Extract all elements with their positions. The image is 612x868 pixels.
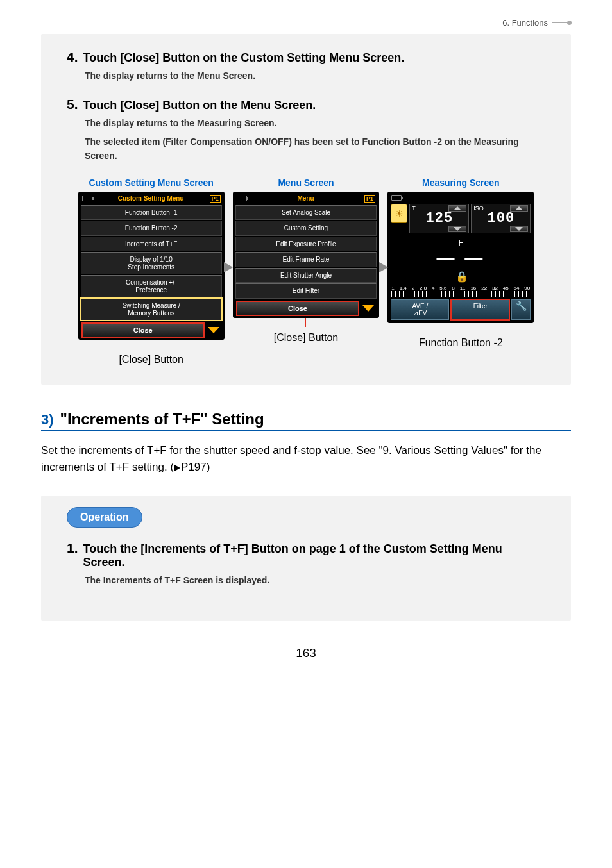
menu-screen: Menu P1 Set Analog Scale Custom Setting … (233, 192, 379, 318)
section-3-heading: 3) "Increments of T+F" Setting (41, 410, 571, 431)
instruction-block-b: Operation 1. Touch the [Increments of T+… (41, 496, 571, 621)
step-number: 5. (67, 97, 78, 112)
menu-item[interactable]: Compensation +/- Preference (81, 275, 222, 297)
page-down-icon[interactable] (208, 327, 219, 333)
custom-setting-screen: Custom Setting Menu P1 Function Button -… (78, 192, 225, 340)
shutter-down-button[interactable] (448, 226, 466, 232)
shutter-label: T (412, 205, 416, 212)
step-title: Touch the [Increments of T+F] Button on … (83, 542, 545, 569)
flow-arrow-icon (379, 262, 388, 272)
menu-screen-col: Menu Screen Menu P1 Set Analog Scale Cus… (221, 178, 390, 344)
iso-value: 100 (473, 212, 528, 226)
page-down-icon[interactable] (362, 305, 374, 312)
screen-caption: Custom Setting Menu Screen (67, 178, 235, 188)
leader-line (151, 340, 151, 349)
close-button[interactable]: Close (237, 301, 359, 315)
chapter-label: 6. Functions (502, 18, 548, 28)
flow-arrow-icon (224, 262, 233, 272)
lock-icon: 🔒 (395, 271, 529, 283)
menu-item[interactable]: Custom Setting (235, 221, 377, 236)
menu-item[interactable]: Increments of T+F (81, 237, 222, 252)
measuring-screen: ☀ T 125 (387, 192, 534, 323)
header-rule (552, 22, 571, 23)
step-5: 5. Touch [Close] Button on the Menu Scre… (67, 97, 545, 163)
leader-line (461, 323, 461, 332)
function-button-1[interactable]: AVE / ⊿EV (391, 299, 449, 320)
f-value: — — (393, 247, 529, 268)
step-number: 1. (67, 540, 78, 556)
battery-icon (391, 195, 402, 201)
menu-item[interactable]: Display of 1/10 Step Increments (81, 252, 222, 274)
screen-caption: Menu Screen (221, 178, 390, 188)
below-label: [Close] Button (67, 354, 235, 365)
iso-box: ISO 100 (471, 204, 531, 233)
step-number: 4. (67, 49, 78, 65)
page-ref-arrow-icon (174, 465, 180, 471)
menu-item[interactable]: Edit Filter (235, 283, 377, 299)
shutter-box: T 125 (409, 204, 469, 233)
page-indicator: P1 (364, 195, 375, 203)
custom-setting-screen-col: Custom Setting Menu Screen Custom Settin… (67, 178, 235, 366)
menu-item[interactable]: Edit Shutter Angle (235, 268, 377, 283)
menu-item[interactable]: Function Button -2 (81, 221, 222, 236)
wrench-icon: 🔧 (516, 301, 527, 311)
step-4: 4. Touch [Close] Button on the Custom Se… (67, 49, 545, 83)
section-number: 3) (41, 412, 54, 428)
screen-title: Custom Setting Menu (118, 195, 184, 202)
step-body-line: The display returns to the Measuring Scr… (85, 116, 545, 130)
battery-icon (82, 196, 92, 201)
step-body-line: The selected item (Filter Compensation O… (85, 135, 545, 163)
function-button-2[interactable]: Filter (451, 299, 509, 320)
measuring-screen-col: Measuring Screen ☀ T 125 (377, 178, 545, 349)
step-body-line: The display returns to the Menu Screen. (85, 69, 545, 83)
chapter-header: 6. Functions (41, 18, 571, 28)
below-label: [Close] Button (221, 332, 390, 344)
menu-item[interactable]: Function Button -1 (81, 205, 222, 221)
battery-icon (237, 196, 247, 201)
menu-item-highlight[interactable]: Switching Measure / Memory Buttons (81, 298, 222, 321)
close-button[interactable]: Close (82, 323, 204, 337)
menu-item[interactable]: Edit Exposure Profile (235, 237, 377, 252)
iso-label: ISO (473, 205, 484, 212)
mode-icon[interactable]: ☀ (391, 204, 407, 223)
screen-caption: Measuring Screen (377, 178, 545, 188)
section-3-body: Set the increments of T+F for the shutte… (41, 442, 571, 476)
step-title: Touch [Close] Button on the Menu Screen. (83, 99, 316, 112)
menu-item[interactable]: Edit Frame Rate (235, 252, 377, 267)
section-title: "Increments of T+F" Setting (60, 410, 264, 428)
f-label: F (393, 238, 529, 247)
leader-line (305, 318, 306, 327)
settings-button[interactable]: 🔧 (511, 299, 531, 320)
step-title: Touch [Close] Button on the Custom Setti… (83, 51, 405, 65)
instruction-block-a: 4. Touch [Close] Button on the Custom Se… (41, 34, 571, 385)
page-indicator: P1 (210, 195, 221, 203)
page-number: 163 (41, 646, 571, 660)
operation-badge: Operation (67, 507, 142, 528)
menu-item[interactable]: Set Analog Scale (235, 205, 377, 221)
below-label: Function Button -2 (377, 337, 545, 349)
analog-scale: 1 1.4 2 2.8 4 5.6 8 11 16 22 32 45 (389, 284, 532, 297)
shutter-value: 125 (412, 212, 466, 226)
iso-down-button[interactable] (510, 226, 528, 232)
screen-title: Menu (297, 195, 314, 202)
step-body-line: The Increments of T+F Screen is displaye… (85, 573, 545, 587)
